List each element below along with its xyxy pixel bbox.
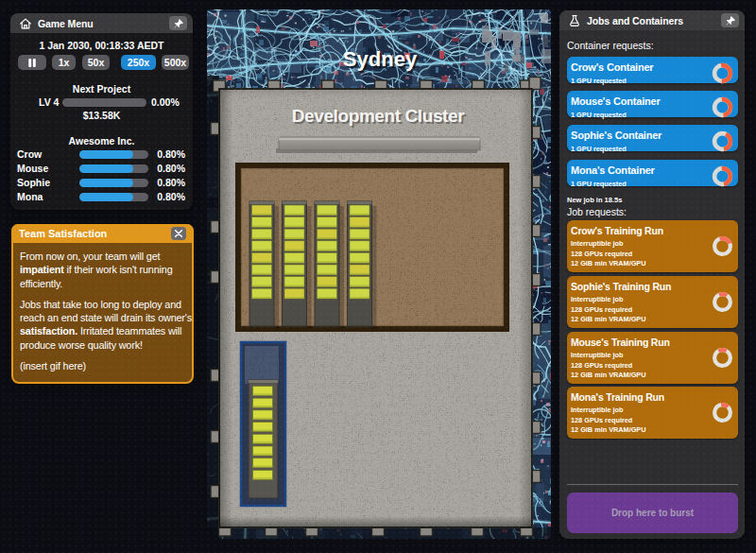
svg-text:Sydney: Sydney [343, 47, 418, 71]
svg-text:Development Cluster: Development Cluster [292, 106, 465, 126]
